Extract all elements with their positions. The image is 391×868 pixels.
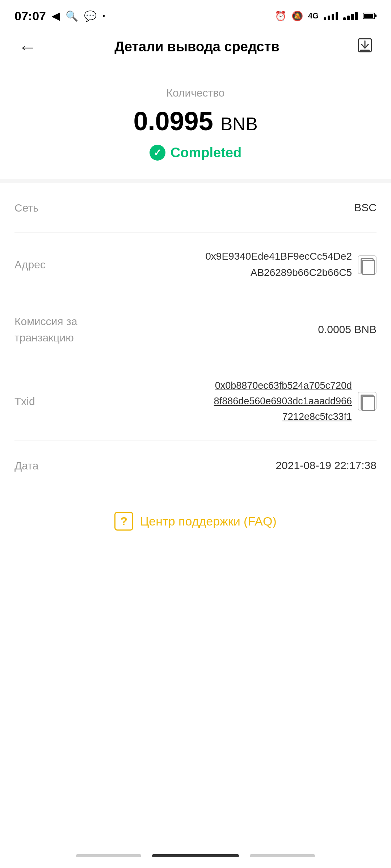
status-bar: 07:07 ◀ 🔍 💬 • ⏰ 🔕 4G — [0, 0, 391, 29]
status-badge: ✓ Completed — [150, 145, 241, 161]
date-row: Дата 2021-08-19 22:17:38 — [14, 441, 377, 490]
txid-label: Txid — [14, 393, 101, 409]
date-value: 2021-08-19 22:17:38 — [101, 457, 377, 474]
support-section[interactable]: ? Центр поддержки (FAQ) — [0, 490, 391, 552]
amount-section: Количество 0.0995 BNB ✓ Completed — [0, 65, 391, 179]
amount-value: 0.0995 BNB — [133, 106, 257, 136]
time-display: 07:07 — [14, 9, 46, 23]
address-value: 0x9E9340Ede41BF9ecCc54De2AB26289b66C2b66… — [205, 248, 352, 281]
bottom-indicator-1 — [76, 854, 141, 857]
network-label: Сеть — [14, 200, 101, 216]
fee-label: Комиссия затранзакцию — [14, 313, 101, 346]
amount-label: Количество — [166, 87, 224, 99]
txid-row: Txid 0x0b8870ec63fb524a705c720d8f886de56… — [14, 362, 377, 441]
fee-value: 0.0005 BNB — [101, 321, 377, 338]
support-link[interactable]: Центр поддержки (FAQ) — [140, 514, 277, 528]
location-icon: ◀ — [52, 10, 60, 22]
amount-number: 0.0995 — [133, 107, 213, 136]
network-value: BSC — [101, 199, 377, 216]
txid-copy-button[interactable] — [358, 392, 377, 410]
address-row: Адрес 0x9E9340Ede41BF9ecCc54De2AB26289b6… — [14, 233, 377, 297]
address-label: Адрес — [14, 256, 101, 273]
status-text: Completed — [171, 145, 241, 161]
network-row: Сеть BSC — [14, 183, 377, 233]
back-button[interactable]: ← — [14, 33, 41, 61]
currency-symbol: BNB — [220, 114, 258, 134]
address-value-container: 0x9E9340Ede41BF9ecCc54De2AB26289b66C2b66… — [101, 248, 377, 281]
fee-row: Комиссия затранзакцию 0.0005 BNB — [14, 297, 377, 362]
alarm-icon: ⏰ — [275, 10, 286, 22]
page-title: Детали вывода средств — [41, 39, 353, 55]
download-button[interactable] — [353, 34, 377, 60]
battery-icon — [363, 13, 377, 19]
mute-icon: 🔕 — [291, 10, 303, 22]
completed-check-icon: ✓ — [150, 145, 165, 161]
whatsapp-icon: 💬 — [84, 10, 97, 22]
signal-icon — [324, 12, 338, 20]
bottom-indicator-2 — [152, 854, 239, 857]
txid-value-container: 0x0b8870ec63fb524a705c720d8f886de560e690… — [101, 378, 377, 425]
bottom-nav-bar — [0, 847, 391, 868]
dot-icon: • — [102, 12, 105, 20]
details-section: Сеть BSC Адрес 0x9E9340Ede41BF9ecCc54De2… — [0, 179, 391, 490]
txid-value[interactable]: 0x0b8870ec63fb524a705c720d8f886de560e690… — [214, 378, 352, 425]
faq-icon: ? — [114, 512, 133, 531]
nav-bar: ← Детали вывода средств — [0, 29, 391, 65]
signal2-icon — [343, 12, 358, 20]
bottom-indicator-3 — [250, 854, 315, 857]
address-copy-button[interactable] — [358, 255, 377, 274]
date-label: Дата — [14, 458, 101, 474]
4g-label: 4G — [308, 11, 319, 21]
search-icon: 🔍 — [66, 10, 78, 22]
